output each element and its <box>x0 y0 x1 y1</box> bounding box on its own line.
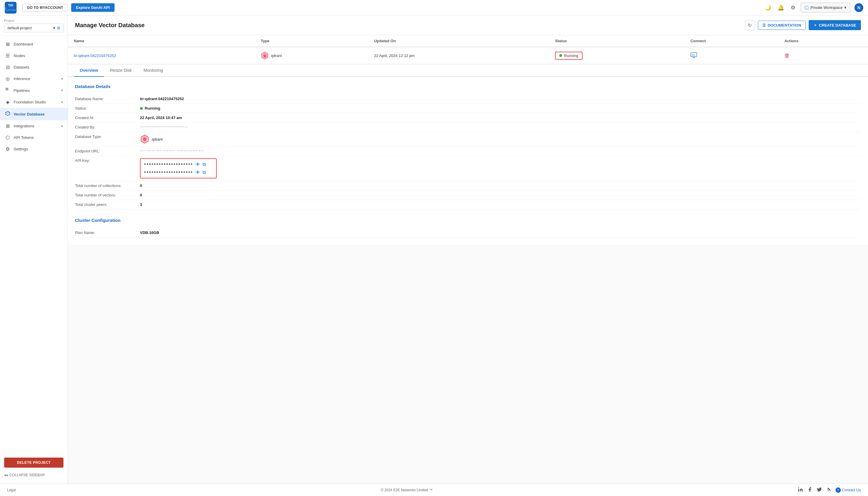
sidebar-item-pipelines[interactable]: Pipelines ▾ <box>0 84 68 96</box>
collapse-sidebar-button[interactable]: ◂◂ COLLAPSE SIDEBAR <box>4 470 45 480</box>
detail-label-created-at: Created At: <box>75 115 140 120</box>
add-project-icon: ⊞ <box>57 26 60 30</box>
rss-icon[interactable] <box>826 487 831 493</box>
connect-button[interactable] <box>690 53 697 59</box>
sidebar-item-datasets[interactable]: ⊟ Datasets <box>0 61 68 73</box>
logo-box: TIR AI PLATFORM <box>5 2 17 14</box>
sidebar-item-label: Integrations <box>14 124 34 128</box>
detail-value-db-type: Q qdrant <box>140 135 163 144</box>
sidebar-item-vector-database[interactable]: Vector Database <box>0 108 68 120</box>
running-status: Running <box>140 106 160 110</box>
sidebar-item-label: Foundation Studio <box>14 100 46 104</box>
sidebar-item-dashboard[interactable]: ⊞ Dashboard <box>0 38 68 50</box>
notification-button[interactable]: 🔔 <box>776 3 785 12</box>
status-dot-green <box>559 54 562 57</box>
footer-right: ? Contact Us <box>798 487 861 493</box>
sidebar-item-foundation-studio[interactable]: ◈ Foundation Studio ▾ <box>0 96 68 108</box>
copy-api-key-button[interactable]: ⧉ <box>203 162 206 167</box>
api-key-box: •••••••••••••••••••• 👁 ⧉ •••••••••••••••… <box>140 158 217 179</box>
sidebar-bottom: DELETE PROJECT ◂◂ COLLAPSE SIDEBAR <box>0 454 68 484</box>
svg-point-3 <box>7 89 8 90</box>
sidebar-item-label: Inference <box>14 77 30 81</box>
project-icons: ▾ ⊞ <box>53 26 60 30</box>
detail-row-dbname: Database Name: tir-qdrant-042210475252 <box>75 94 861 104</box>
detail-value-plan: VDB.16GB <box>140 230 159 235</box>
tab-monitoring[interactable]: Monitoring <box>138 64 168 77</box>
detail-label-endpoint: Endpoint URL: <box>75 149 140 153</box>
logo-tir: TIR <box>8 4 13 7</box>
main-content: Manage Vector Database ↻ ☰ DOCUMENTATION… <box>68 15 868 484</box>
show-readonly-key-button[interactable]: 👁 <box>195 170 200 175</box>
detail-row-endpoint: Endpoint URL: ••• ••••• ••• ••••••• ••••… <box>75 146 861 156</box>
settings-button[interactable]: ⚙ <box>789 3 797 12</box>
explore-genai-button[interactable]: Explore GenAI API <box>71 3 114 12</box>
cluster-config-title: Cluster Configuration <box>75 218 861 223</box>
running-dot <box>140 107 143 110</box>
project-name: default-project <box>7 26 32 30</box>
facebook-icon[interactable] <box>807 487 813 493</box>
topnav: TIR AI PLATFORM GO TO MYACCOUNT Explore … <box>0 0 868 15</box>
table-row: tir-qdrant-042210475252 Q qdrant <box>68 47 868 64</box>
sidebar-item-label: Datasets <box>14 65 29 69</box>
detail-row-created-by: Created By: •••••••••••••••••••••••••••• <box>75 123 861 132</box>
detail-row-plan: Plan Name: VDB.16GB <box>75 228 861 237</box>
tab-resize-disk[interactable]: Resize Disk <box>104 64 138 77</box>
col-type: Type <box>255 35 368 47</box>
contact-us-link[interactable]: ? Contact Us <box>836 487 861 493</box>
db-status-cell: Running <box>549 47 685 64</box>
detail-value-endpoint: ••• ••••• ••• ••••••• •••••••••••• ••• <box>140 149 204 152</box>
sidebar-item-label: Settings <box>14 147 28 151</box>
api-key-row: •••••••••••••••••••• 👁 ⧉ <box>144 161 212 168</box>
database-table: Name Type Updated On Status Connect Acti… <box>68 35 868 64</box>
create-database-button[interactable]: ＋ CREATE DATABASE <box>809 20 861 30</box>
detail-value-apikey: •••••••••••••••••••• 👁 ⧉ •••••••••••••••… <box>140 158 217 179</box>
linkedin-icon[interactable] <box>798 487 803 493</box>
project-label: Project <box>4 19 63 22</box>
tabs-bar: Overview Resize Disk Monitoring <box>68 64 868 77</box>
tab-overview[interactable]: Overview <box>74 64 104 77</box>
topnav-left: TIR AI PLATFORM GO TO MYACCOUNT Explore … <box>5 2 115 14</box>
status-badge: Running <box>555 52 582 60</box>
sidebar-item-api-tokens[interactable]: ⬡ API Tokens <box>0 132 68 143</box>
main-header: Manage Vector Database ↻ ☰ DOCUMENTATION… <box>68 15 868 35</box>
legal-link[interactable]: Legal <box>7 488 16 492</box>
header-actions: ↻ ☰ DOCUMENTATION ＋ CREATE DATABASE <box>745 20 861 30</box>
sidebar-item-nodes[interactable]: ☰ Nodes <box>0 50 68 61</box>
sidebar-item-label: API Tokens <box>14 135 34 140</box>
api-key-dots: •••••••••••••••••••• <box>144 161 193 168</box>
svg-point-13 <box>798 487 799 488</box>
documentation-button[interactable]: ☰ DOCUMENTATION <box>758 21 806 30</box>
detail-row-status: Status: Running <box>75 104 861 113</box>
sidebar-item-inference[interactable]: ◎ Inference ▾ <box>0 73 68 84</box>
svg-text:Q: Q <box>144 137 146 141</box>
project-select[interactable]: default-project ▾ ⊞ <box>4 24 63 32</box>
copy-readonly-key-button[interactable]: ⧉ <box>203 170 206 175</box>
detail-label-apikey: API Key: <box>75 158 140 163</box>
col-name: Name <box>68 35 255 47</box>
logo: TIR AI PLATFORM <box>5 2 17 14</box>
sidebar-item-integrations[interactable]: ⊞ Integrations ▾ <box>0 120 68 132</box>
datasets-icon: ⊟ <box>5 64 11 70</box>
goto-myaccount-button[interactable]: GO TO MYACCOUNT <box>22 4 68 12</box>
collapse-label: COLLAPSE SIDEBAR <box>10 473 45 477</box>
footer: Legal © 2024 E2E Networks Limited ™ ? Co… <box>0 484 868 496</box>
sidebar-item-settings[interactable]: ⚙ Settings <box>0 143 68 155</box>
logo-subtext: AI PLATFORM <box>5 7 17 11</box>
db-actions-cell: 🗑 <box>778 47 868 64</box>
detail-label-dbname: Database Name: <box>75 97 140 101</box>
svg-point-2 <box>7 88 8 89</box>
svg-point-14 <box>827 491 827 492</box>
avatar: N <box>854 3 863 12</box>
collapse-icon: ◂◂ <box>4 473 8 477</box>
show-api-key-button[interactable]: 👁 <box>195 162 200 167</box>
db-name-link[interactable]: tir-qdrant-042210475252 <box>74 53 116 58</box>
delete-db-button[interactable]: 🗑 <box>785 52 790 59</box>
sidebar-item-label: Nodes <box>14 53 25 58</box>
twitter-icon[interactable] <box>817 487 822 493</box>
workspace-button[interactable]: ⬡ Private Workspace ▾ <box>801 3 850 12</box>
detail-row-apikey: API Key: •••••••••••••••••••• 👁 ⧉ ••••••… <box>75 156 861 181</box>
dark-mode-button[interactable]: 🌙 <box>763 3 772 12</box>
delete-project-button[interactable]: DELETE PROJECT <box>4 458 63 468</box>
db-name-cell: tir-qdrant-042210475252 <box>68 47 255 64</box>
refresh-button[interactable]: ↻ <box>745 20 755 30</box>
